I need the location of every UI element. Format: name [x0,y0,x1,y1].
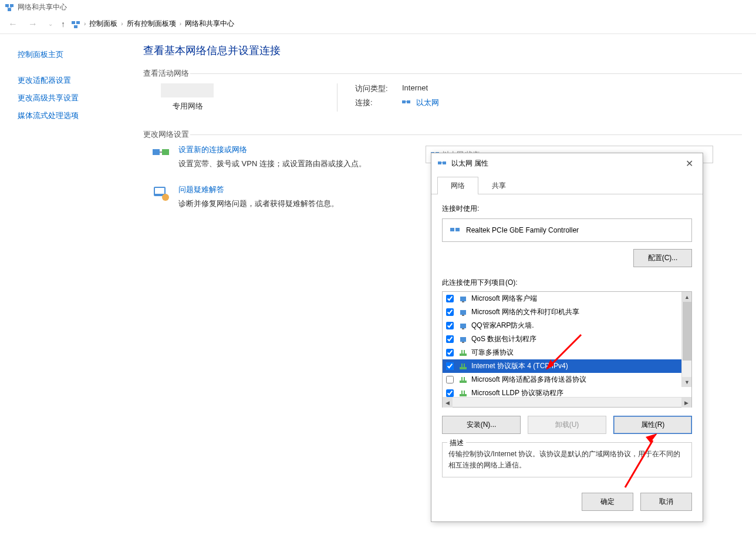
svg-rect-41 [461,391,463,394]
chevron-right-icon: › [121,21,123,27]
item-label: Microsoft 网络的文件和打印机共享 [471,307,579,317]
section-change-settings: 更改网络设置 [143,129,742,140]
sidebar: 控制面板主页 更改适配器设置 更改高级共享设置 媒体流式处理选项 [0,34,129,234]
nav-recent-icon[interactable]: ⌄ [46,21,55,27]
window-titlebar: 网络和共享中心 [0,0,756,14]
network-center-icon [5,2,14,12]
svg-rect-39 [464,377,465,381]
adapter-icon [450,225,460,235]
close-icon[interactable]: ✕ [682,158,697,169]
svg-rect-40 [460,394,467,396]
list-item[interactable]: 可靠多播协议 [443,346,691,359]
adapter-name: Realtek PCIe GbE Family Controller [466,226,579,234]
adapter-field: Realtek PCIe GbE Family Controller [442,218,692,242]
items-list[interactable]: Microsoft 网络客户端Microsoft 网络的文件和打印机共享QQ管家… [443,292,691,397]
item-label: QoS 数据包计划程序 [471,334,536,344]
list-item[interactable]: Internet 协议版本 4 (TCP/IPv4) [443,359,691,373]
item-checkbox[interactable] [446,335,454,343]
svg-rect-32 [461,350,463,354]
item-checkbox[interactable] [446,389,454,397]
protocol-icon [458,389,468,398]
item-label: QQ管家ARP防火墙. [471,321,534,331]
protocol-icon [458,375,468,385]
list-item[interactable]: QQ管家ARP防火墙. [443,319,691,332]
tab-sharing[interactable]: 共享 [478,177,519,194]
sidebar-item-adapter-settings[interactable]: 更改适配器设置 [18,72,129,89]
scroll-left-icon[interactable]: ◀ [443,398,453,408]
protocol-icon [458,348,468,358]
item-label: Microsoft LLDP 协议驱动程序 [471,388,563,397]
tab-network[interactable]: 网络 [437,177,478,194]
breadcrumb-item[interactable]: 网络和共享中心 [185,19,234,29]
list-item[interactable]: Microsoft LLDP 协议驱动程序 [443,386,691,397]
item-checkbox[interactable] [446,308,454,316]
svg-rect-11 [153,149,160,155]
nav-forward-icon[interactable]: → [26,19,40,29]
list-item[interactable]: QoS 数据包计划程序 [443,332,691,346]
list-item[interactable]: Microsoft 网络的文件和打印机共享 [443,305,691,319]
item-label: Microsoft 网络适配器多路传送器协议 [471,375,586,385]
svg-rect-7 [74,25,77,28]
svg-rect-6 [76,21,80,24]
svg-line-4 [9,7,12,8]
description-text: 传输控制协议/Internet 协议。该协议是默认的广域网络协议，用于在不同的相… [448,449,686,471]
client-icon [458,294,468,304]
network-center-icon [71,19,80,29]
item-checkbox[interactable] [446,349,454,356]
list-item[interactable]: Microsoft 网络客户端 [443,292,691,305]
cancel-button[interactable]: 取消 [640,493,692,511]
dialog-title: 以太网 属性 [451,159,488,169]
svg-rect-9 [407,100,410,103]
chevron-right-icon: › [180,21,181,27]
client-icon [458,321,468,331]
address-bar: ← → ⌄ ↑ › 控制面板 › 所有控制面板项 › 网络和共享中心 [0,14,756,34]
scroll-thumb[interactable] [453,398,681,406]
task-troubleshoot[interactable]: 问题疑难解答 [178,184,339,195]
nav-up-icon[interactable]: ↑ [61,19,65,29]
breadcrumb-item[interactable]: 所有控制面板项 [127,19,176,29]
svg-rect-30 [462,342,464,343]
sidebar-item-home[interactable]: 控制面板主页 [18,46,129,63]
scroll-thumb[interactable] [683,302,691,361]
network-name-redacted [161,83,214,97]
svg-rect-2 [8,8,11,11]
item-checkbox[interactable] [446,376,454,383]
item-checkbox[interactable] [446,362,454,370]
list-item[interactable]: Microsoft 网络适配器多路传送器协议 [443,373,691,386]
svg-rect-12 [162,149,169,155]
svg-rect-8 [402,100,406,103]
vertical-scrollbar[interactable]: ▲ ▼ [681,292,691,387]
horizontal-scrollbar[interactable]: ◀ ▶ [443,397,691,407]
svg-rect-14 [155,188,164,194]
task-setup-connection[interactable]: 设置新的连接或网络 [178,144,366,155]
scroll-up-icon[interactable]: ▲ [682,292,691,302]
sidebar-item-sharing-settings[interactable]: 更改高级共享设置 [18,89,129,107]
svg-rect-35 [461,363,463,367]
scroll-down-icon[interactable]: ▼ [682,377,691,387]
svg-rect-36 [464,363,465,367]
nav-back-icon[interactable]: ← [6,19,20,29]
item-checkbox[interactable] [446,295,454,302]
section-active-networks: 查看活动网络 [143,68,742,79]
sidebar-item-media-streaming[interactable]: 媒体流式处理选项 [18,107,129,124]
svg-rect-31 [460,354,467,356]
items-listbox: Microsoft 网络客户端Microsoft 网络的文件和打印机共享QQ管家… [442,291,692,408]
scroll-right-icon[interactable]: ▶ [681,398,691,408]
ok-button[interactable]: 确定 [582,493,633,511]
install-button[interactable]: 安装(N)... [442,416,521,434]
connection-label: 连接: [355,97,390,108]
ethernet-icon [437,159,447,169]
svg-rect-0 [5,4,9,7]
configure-button[interactable]: 配置(C)... [633,249,692,267]
breadcrumb-item[interactable]: 控制面板 [89,19,117,29]
properties-button[interactable]: 属性(R) [613,416,692,434]
connection-link[interactable]: 以太网 [402,97,439,108]
client-icon [458,335,468,344]
description-fieldset: 描述 传输控制协议/Internet 协议。该协议是默认的广域网络协议，用于在不… [442,442,692,477]
svg-rect-21 [450,228,454,231]
window-title: 网络和共享中心 [18,2,67,12]
item-checkbox[interactable] [446,322,454,329]
breadcrumb: › 控制面板 › 所有控制面板项 › 网络和共享中心 [71,19,234,29]
dialog-titlebar: 以太网 属性 ✕ [431,153,703,174]
description-legend: 描述 [447,438,466,448]
